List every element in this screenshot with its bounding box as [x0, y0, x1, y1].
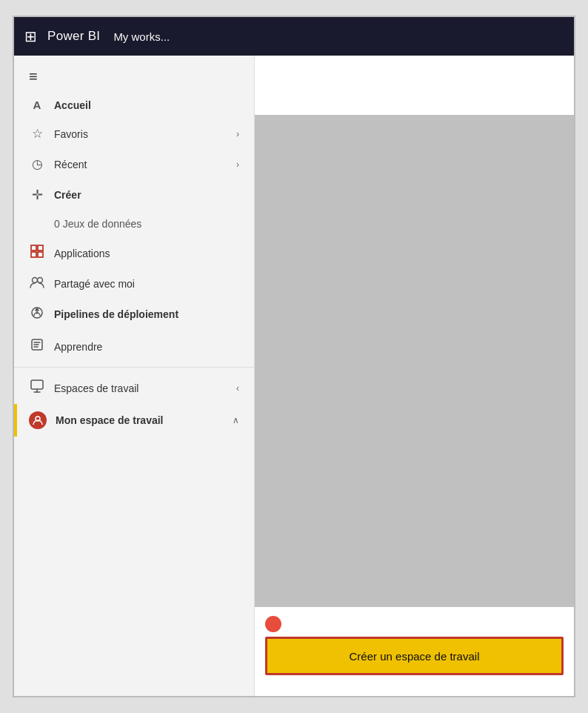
sidebar-item-favoris[interactable]: ☆ Favoris › — [14, 119, 254, 149]
create-workspace-label: Créer un espace de travail — [350, 650, 480, 663]
sidebar-item-pipelines[interactable]: Pipelines de déploiement — [14, 298, 254, 331]
pipelines-icon — [29, 305, 45, 323]
sidebar-item-label: Partagé avec moi — [54, 278, 239, 290]
main-content: Créer un espace de travail — [255, 56, 574, 696]
sidebar-item-label: Accueil — [54, 99, 239, 111]
accueil-icon: A — [29, 99, 45, 111]
sidebar-item-apprendre[interactable]: Apprendre — [14, 331, 254, 362]
sidebar-item-partage[interactable]: Partagé avec moi — [14, 269, 254, 298]
hamburger-menu[interactable]: ≡ — [14, 56, 254, 91]
sidebar-item-creer[interactable]: ✛ Créer — [14, 179, 254, 210]
svg-rect-8 — [31, 380, 43, 389]
sidebar-item-label: Récent — [54, 159, 227, 170]
learn-icon — [29, 338, 45, 355]
workspace-label: My works... — [113, 30, 170, 43]
app-title: Power BI — [47, 29, 100, 44]
sidebar-item-label: Pipelines de déploiement — [54, 308, 239, 320]
sidebar: ≡ A Accueil ☆ Favoris › ◷ Récent › ✛ — [14, 56, 255, 696]
svg-rect-2 — [31, 252, 36, 257]
sidebar-item-label: Favoris — [54, 128, 227, 140]
sidebar-item-my-workspace[interactable]: Mon espace de travail ∧ — [14, 404, 254, 437]
sidebar-item-recent[interactable]: ◷ Récent › — [14, 149, 254, 179]
sidebar-item-accueil[interactable]: A Accueil — [14, 91, 254, 119]
shared-icon — [29, 276, 45, 291]
sidebar-item-applications[interactable]: Applications — [14, 237, 254, 269]
star-icon: ☆ — [29, 126, 45, 142]
workspaces-icon — [29, 379, 45, 397]
chevron-right-icon: › — [236, 129, 239, 139]
my-workspace-icon — [29, 411, 47, 429]
red-indicator — [265, 616, 281, 632]
svg-rect-0 — [31, 245, 36, 251]
chevron-up-icon: ∧ — [233, 415, 239, 425]
grid-icon[interactable]: ⊞ — [24, 27, 37, 45]
gray-panel — [255, 115, 574, 607]
sidebar-item-workspaces[interactable]: Espaces de travail ‹ — [14, 372, 254, 404]
clock-icon: ◷ — [29, 156, 45, 172]
svg-rect-1 — [38, 245, 43, 251]
sidebar-item-label: Applications — [54, 248, 239, 259]
sidebar-nav: A Accueil ☆ Favoris › ◷ Récent › ✛ Créer — [14, 91, 254, 696]
datasets-label: 0 Jeux de données — [54, 218, 239, 230]
svg-point-5 — [38, 278, 43, 283]
sidebar-item-label: Créer — [54, 189, 239, 201]
create-icon: ✛ — [29, 187, 45, 203]
divider — [14, 367, 254, 368]
sidebar-item-datasets: 0 Jeux de données — [14, 210, 254, 237]
chevron-left-icon: ‹ — [236, 383, 239, 394]
sidebar-item-label: Espaces de travail — [54, 382, 227, 394]
create-workspace-button[interactable]: Créer un espace de travail — [265, 637, 564, 675]
applications-icon — [29, 245, 45, 262]
sidebar-item-label: Apprendre — [54, 341, 239, 353]
chevron-right-icon: › — [236, 159, 239, 170]
svg-point-4 — [33, 278, 38, 283]
sidebar-item-label: Mon espace de travail — [56, 414, 224, 426]
topbar: ⊞ Power BI My works... — [14, 17, 574, 56]
svg-rect-3 — [38, 252, 43, 257]
